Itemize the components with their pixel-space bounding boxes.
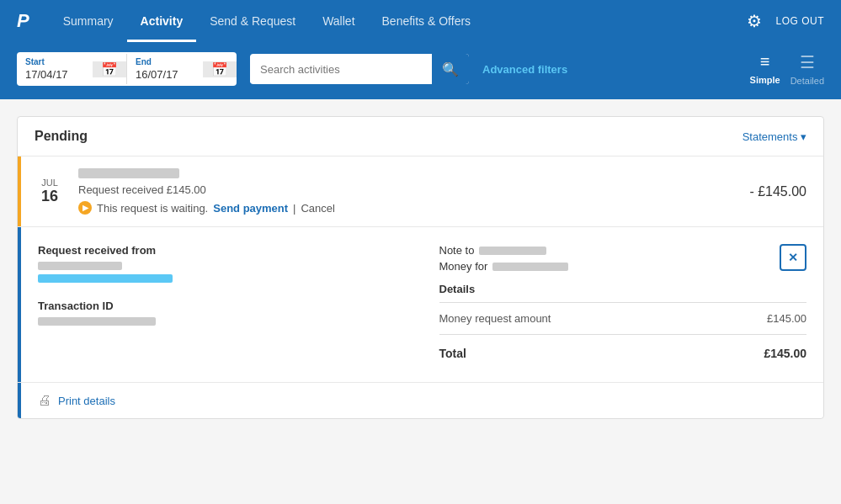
start-date-label: Start [25,57,84,66]
end-date-label: End [136,57,194,66]
print-section: 🖨 Print details [18,382,823,418]
transaction-month: JUL [35,178,65,188]
money-for-row: Money for [439,260,807,273]
total-value: £145.00 [764,347,806,360]
note-to-label: Note to [439,244,475,257]
start-date-calendar-button[interactable]: 📅 [93,61,126,77]
date-range: Start 17/04/17 📅 End 16/07/17 📅 [17,52,237,86]
main-content: Pending Statements ▾ JUL 16 Request rece… [0,99,841,436]
details-title: Details [439,283,807,295]
send-payment-link[interactable]: Send payment [213,202,288,215]
nav-link-activity[interactable]: Activity [127,0,197,42]
transaction-left-border [18,157,21,226]
view-toggles: ≡ Simple ☰ Detailed [750,52,824,86]
transaction-description: Request received £145.00 [78,183,736,196]
detail-right: Note to Money for Details Money request … [439,244,807,365]
note-name-blur [479,247,546,255]
pending-header: Pending Statements ▾ [18,117,823,156]
total-divider [439,334,807,335]
logout-button[interactable]: LOG OUT [775,15,824,27]
print-label: Print details [58,395,115,407]
detail-row-value: £145.00 [767,312,806,325]
nav-link-wallet[interactable]: Wallet [309,0,368,42]
print-button[interactable]: 🖨 Print details [38,393,803,408]
total-row: Total £145.00 [439,342,807,365]
pending-title: Pending [35,129,88,144]
detail-left: Request received from Transaction ID [38,244,406,365]
end-date-value: 16/07/17 [136,68,194,81]
details-divider [439,302,807,303]
activity-panel: Pending Statements ▾ JUL 16 Request rece… [17,116,824,419]
settings-icon[interactable]: ⚙ [747,11,762,31]
nav-links: Summary Activity Send & Request Wallet B… [50,0,748,42]
request-from-title: Request received from [38,244,406,257]
transaction-date: JUL 16 [35,178,65,205]
simple-view-icon: ≡ [760,52,770,72]
transaction-amount: - £145.00 [749,184,806,199]
detailed-view-label: Detailed [790,76,824,86]
brand-logo: P [17,10,29,32]
money-for-label: Money for [439,260,488,273]
cancel-link[interactable]: Cancel [301,202,334,215]
close-button[interactable]: ✕ [780,244,806,271]
transaction-detail: Request received from Transaction ID Not… [18,226,823,382]
status-text: This request is waiting. [97,202,208,215]
detailed-view-toggle[interactable]: ☰ Detailed [790,52,824,86]
simple-view-label: Simple [750,75,780,85]
detailed-view-icon: ☰ [800,52,815,72]
advanced-filters-button[interactable]: Advanced filters [482,63,567,76]
nav-link-benefits[interactable]: Benefits & Offers [369,0,485,42]
transaction-id-section: Transaction ID [38,300,406,326]
simple-view-toggle[interactable]: ≡ Simple [750,52,780,86]
transaction-row[interactable]: JUL 16 Request received £145.00 ▶ This r… [18,156,823,226]
detail-left-border [18,227,21,382]
detail-content: Request received from Transaction ID Not… [18,227,823,382]
start-date-field: Start 17/04/17 [17,52,93,86]
start-date-value: 17/04/17 [25,68,84,81]
total-label: Total [439,347,466,360]
transaction-status: ▶ This request is waiting. Send payment … [78,201,736,215]
money-for-blur [492,263,568,271]
nav-right: ⚙ LOG OUT [747,11,824,31]
nav-link-summary[interactable]: Summary [50,0,127,42]
end-date-calendar-button[interactable]: 📅 [203,61,237,77]
search-input[interactable] [250,56,432,82]
detail-amount-row: Money request amount £145.00 [439,310,807,327]
details-section: Details Money request amount £145.00 Tot… [439,283,807,365]
print-icon: 🖨 [38,393,51,408]
search-button[interactable]: 🔍 [432,54,469,84]
request-name-blur-1 [38,262,122,270]
search-box: 🔍 [250,54,469,84]
status-icon: ▶ [78,201,92,215]
filters-bar: Start 17/04/17 📅 End 16/07/17 📅 🔍 Advanc… [0,42,841,99]
statements-button[interactable]: Statements ▾ [743,130,806,143]
transaction-name-blur [78,168,179,178]
detail-row-label: Money request amount [439,312,551,325]
transaction-id-blur [38,317,156,326]
navbar: P Summary Activity Send & Request Wallet… [0,0,841,42]
end-date-field: End 16/07/17 [127,52,203,86]
divider: | [293,202,295,215]
request-name-blur-2 [38,274,173,283]
transaction-day: 16 [35,188,65,205]
transaction-info: Request received £145.00 ▶ This request … [78,168,736,215]
note-to-row: Note to [439,244,807,257]
print-left-border [18,383,21,418]
transaction-id-title: Transaction ID [38,300,406,312]
nav-link-send-request[interactable]: Send & Request [196,0,309,42]
